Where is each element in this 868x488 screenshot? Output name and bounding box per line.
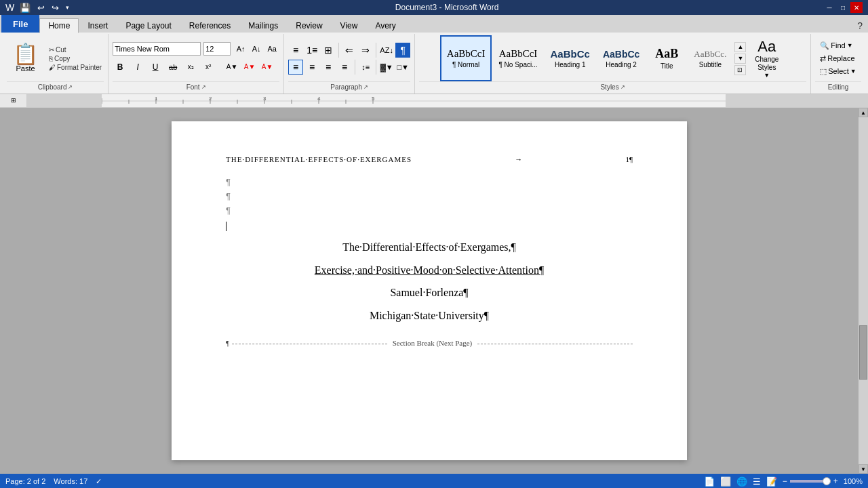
paste-button[interactable]: 📋 Paste: [7, 35, 44, 81]
font-name-input[interactable]: [113, 42, 201, 56]
cursor-area[interactable]: [226, 220, 633, 232]
tab-insert[interactable]: Insert: [79, 18, 117, 33]
zoom-level: 100%: [844, 477, 863, 485]
tab-avery[interactable]: Avery: [366, 18, 404, 33]
proofing-icon[interactable]: ✓: [96, 477, 102, 486]
cut-button[interactable]: ✂ Cut: [47, 45, 104, 54]
text-effect-button[interactable]: A▼: [242, 60, 257, 75]
view-full-screen-icon[interactable]: ⬜: [720, 476, 731, 487]
numbering-button[interactable]: 1≡: [304, 43, 319, 58]
style-subtitle-label: Subtitle: [699, 61, 722, 68]
multilevel-list-button[interactable]: ⊞: [321, 43, 336, 58]
vertical-scrollbar[interactable]: ▲ ▼: [859, 108, 868, 474]
tab-pagelayout[interactable]: Page Layout: [117, 18, 180, 33]
ruler-track[interactable]: 1 2 3 4 5: [27, 94, 868, 107]
superscript-button[interactable]: x²: [201, 60, 216, 75]
zoom-slider[interactable]: [790, 480, 831, 483]
font-shrink-button[interactable]: A↓: [249, 41, 264, 56]
zoom-controls[interactable]: − + 100%: [783, 476, 863, 486]
view-web-layout-icon[interactable]: 🌐: [736, 476, 747, 487]
view-outline-icon[interactable]: ☰: [753, 476, 761, 487]
tab-review[interactable]: Review: [287, 18, 331, 33]
clear-format-button[interactable]: Aa: [264, 41, 279, 56]
zoom-slider-thumb[interactable]: [823, 477, 831, 485]
style-normal[interactable]: AaBbCcI ¶ Normal: [440, 35, 492, 81]
document-body[interactable]: The·Differential·Effects·of·Exergames,¶ …: [226, 239, 633, 350]
style-heading1[interactable]: AaBbCc Heading 1: [545, 35, 596, 81]
change-styles-button[interactable]: Aa ChangeStyles ▼: [748, 35, 785, 81]
ruler-corner[interactable]: ⊞: [0, 94, 27, 108]
align-center-button[interactable]: ≡: [304, 60, 319, 75]
document-scroll-area[interactable]: THE·DIFFERENTIAL·EFFECTS·OF·EXERGAMES → …: [0, 108, 859, 474]
font-expand-icon[interactable]: ↗: [201, 84, 206, 90]
close-button[interactable]: ✕: [850, 2, 863, 13]
maximize-button[interactable]: □: [837, 2, 849, 13]
shading-button[interactable]: ▓▼: [379, 60, 394, 75]
zoom-in-button[interactable]: +: [833, 476, 838, 486]
font-grow-button[interactable]: A↑: [233, 41, 248, 56]
underline-button[interactable]: U: [148, 60, 163, 75]
replace-button[interactable]: ⇄ Replace: [817, 53, 857, 64]
italic-button[interactable]: I: [130, 60, 145, 75]
replace-icon: ⇄: [820, 54, 826, 63]
style-subtitle[interactable]: AaBbCc. Subtitle: [688, 35, 732, 81]
clipboard-expand-icon[interactable]: ↗: [68, 84, 73, 90]
view-print-layout-icon[interactable]: 📄: [704, 476, 715, 487]
align-right-button[interactable]: ≡: [321, 60, 336, 75]
scroll-track[interactable]: [859, 117, 868, 464]
styles-scroll-more-button[interactable]: ⊡: [734, 65, 746, 75]
cut-icon: ✂: [49, 46, 54, 54]
increase-indent-button[interactable]: ⇒: [358, 43, 373, 58]
styles-scroll-up-button[interactable]: ▲: [734, 42, 746, 52]
style-no-spacing-label: ¶ No Spaci...: [498, 61, 537, 68]
scroll-up-button[interactable]: ▲: [859, 108, 868, 117]
style-heading2[interactable]: AaBbCc Heading 2: [597, 35, 646, 81]
section-break: ¶ Section Break (Next Page): [226, 338, 633, 350]
scroll-down-button[interactable]: ▼: [859, 464, 868, 474]
tab-references[interactable]: References: [180, 18, 239, 33]
align-left-button[interactable]: ≡: [288, 60, 303, 75]
view-draft-icon[interactable]: 📝: [766, 476, 777, 487]
style-subtitle-preview: AaBbCc.: [694, 49, 726, 60]
tab-home[interactable]: Home: [39, 18, 79, 33]
show-marks-button[interactable]: ¶: [395, 43, 410, 58]
paragraph-expand-icon[interactable]: ↗: [363, 84, 368, 90]
save-qa-icon[interactable]: 💾: [18, 1, 32, 14]
clipboard-small-buttons: ✂ Cut ⎘ Copy 🖌 Format Painter: [47, 35, 104, 81]
status-right: 📄 ⬜ 🌐 ☰ 📝 − + 100%: [704, 476, 863, 487]
clipboard-label: Clipboard: [38, 83, 67, 91]
font-color-button[interactable]: A▼: [260, 60, 275, 75]
sort-button[interactable]: AZ↓: [379, 43, 394, 58]
text-highlight-button[interactable]: A▼: [224, 60, 239, 75]
help-icon[interactable]: ?: [857, 20, 863, 31]
select-button[interactable]: ⬚ Select ▼: [817, 66, 859, 77]
customize-qa-icon[interactable]: ▾: [64, 3, 71, 12]
tab-mailings[interactable]: Mailings: [239, 18, 287, 33]
find-button[interactable]: 🔍 Find ▼: [817, 40, 855, 52]
font-size-input[interactable]: [203, 42, 231, 56]
copy-button[interactable]: ⎘ Copy: [47, 54, 104, 63]
line-spacing-button[interactable]: ↕≡: [358, 60, 373, 75]
strikethrough-button[interactable]: ab: [165, 60, 180, 75]
section-break-label: Section Break (Next Page): [387, 338, 478, 350]
minimize-button[interactable]: ─: [823, 2, 835, 13]
scroll-thumb[interactable]: [859, 325, 867, 380]
tab-view[interactable]: View: [332, 18, 367, 33]
undo-qa-icon[interactable]: ↩: [36, 1, 46, 14]
style-title[interactable]: AaB Title: [646, 35, 687, 81]
tab-file[interactable]: File: [1, 15, 39, 33]
status-bar: Page: 2 of 2 Words: 17 ✓ 📄 ⬜ 🌐 ☰ 📝 − + 1…: [0, 474, 868, 488]
style-no-spacing[interactable]: AaBbCcI ¶ No Spaci...: [492, 35, 543, 81]
redo-qa-icon[interactable]: ↪: [50, 1, 60, 14]
bold-button[interactable]: B: [113, 60, 127, 75]
bullets-button[interactable]: ≡: [288, 43, 303, 58]
zoom-out-button[interactable]: −: [783, 476, 787, 486]
decrease-indent-button[interactable]: ⇐: [342, 43, 357, 58]
format-painter-button[interactable]: 🖌 Format Painter: [47, 63, 104, 72]
styles-expand-icon[interactable]: ↗: [620, 84, 625, 90]
justify-button[interactable]: ≡: [337, 60, 352, 75]
borders-button[interactable]: □▼: [395, 60, 410, 75]
styles-scroll-down-button[interactable]: ▼: [734, 54, 746, 64]
ribbon-content: 📋 Paste ✂ Cut ⎘ Copy 🖌: [0, 33, 868, 94]
subscript-button[interactable]: x₂: [183, 60, 198, 75]
